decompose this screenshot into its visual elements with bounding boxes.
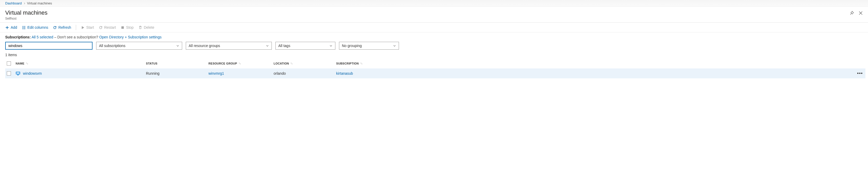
sort-icon [239,62,241,65]
breadcrumb-current: Virtual machines [27,1,52,5]
sort-icon [26,62,28,65]
column-header-rg-label: Resource group [209,62,237,65]
filter-tags-value: All tags [278,44,290,48]
page-subtitle: Selfhost [5,17,48,20]
filters-row: All subscriptions All resource groups Al… [0,41,868,52]
subscriptions-selected-link[interactable]: All 5 selected [32,35,53,39]
start-label: Start [86,25,94,29]
close-icon[interactable] [859,11,863,15]
column-header-status-label: Status [146,62,157,65]
filter-subscriptions-value: All subscriptions [99,44,125,48]
breadcrumb-root-link[interactable]: Dashboard [5,1,22,5]
add-button[interactable]: Add [5,25,17,29]
delete-button[interactable]: Delete [138,25,154,29]
row-status: Running [146,71,209,75]
filter-resource-groups-select[interactable]: All resource groups [186,42,272,50]
chevron-down-icon [330,44,333,47]
page-header: Virtual machines Selfhost [0,7,868,23]
restart-icon [99,26,103,29]
chevron-right-icon [24,2,26,5]
chevron-down-icon [393,44,396,47]
stop-button[interactable]: Stop [121,25,134,29]
stop-icon [121,26,125,29]
column-header-name-label: Name [16,62,25,65]
filter-grouping-value: No grouping [342,44,362,48]
toolbar: Add Edit columns Refresh Start Restart S… [0,23,868,32]
refresh-button[interactable]: Refresh [53,25,71,29]
column-header-resource-group[interactable]: Resource group [209,62,274,65]
stop-label: Stop [126,25,134,29]
add-label: Add [11,25,17,29]
filter-tags-select[interactable]: All tags [275,42,335,50]
row-subscription-link[interactable]: kirtanasub [336,71,852,75]
plus-icon [5,26,9,29]
pin-icon[interactable] [850,11,854,15]
more-actions-icon[interactable]: ••• [857,71,863,76]
start-button[interactable]: Start [81,25,94,29]
subscriptions-info: Subscriptions: All 5 selected – Don't se… [0,32,868,41]
subscriptions-hint: – Don't see a subscription? [54,35,98,39]
select-all-checkbox[interactable] [7,61,11,66]
column-header-location[interactable]: Location [274,62,336,65]
svg-rect-0 [121,26,124,28]
filter-resource-groups-value: All resource groups [189,44,220,48]
subscriptions-label: Subscriptions: [5,35,31,39]
filter-search-wrapper [5,42,93,50]
chevron-down-icon [176,44,179,47]
row-resource-group-link[interactable]: winvmrg1 [209,71,274,75]
sort-icon [360,62,363,65]
edit-columns-label: Edit columns [27,25,48,29]
restart-button[interactable]: Restart [99,25,116,29]
subscriptions-settings-link[interactable]: Open Directory + Subscription settings [99,35,161,39]
row-location: orlando [274,71,336,75]
svg-rect-3 [17,75,19,75]
row-name-link[interactable]: windowsvm [23,71,42,75]
vm-icon [16,71,20,76]
play-icon [81,26,85,29]
table-row[interactable]: windowsvm Running winvmrg1 orlando kirta… [5,69,865,78]
sort-icon [290,62,293,65]
column-header-subscription-label: Subscription [336,62,359,65]
breadcrumb: Dashboard Virtual machines [0,0,868,7]
svg-rect-2 [17,72,20,74]
edit-columns-button[interactable]: Edit columns [22,25,48,29]
filter-search-input[interactable] [8,44,89,48]
column-header-location-label: Location [274,62,289,65]
results-grid: Name Status Resource group Location Subs… [0,58,868,81]
page-title: Virtual machines [5,9,48,16]
items-count: 1 items [0,52,868,58]
row-checkbox[interactable] [7,71,11,75]
chevron-down-icon [266,44,269,47]
trash-icon [138,26,142,29]
column-header-name[interactable]: Name [16,62,146,65]
restart-label: Restart [104,25,116,29]
grid-header-row: Name Status Resource group Location Subs… [5,58,865,69]
column-header-status[interactable]: Status [146,62,209,65]
delete-label: Delete [144,25,154,29]
refresh-label: Refresh [58,25,71,29]
filter-grouping-select[interactable]: No grouping [339,42,399,50]
column-header-subscription[interactable]: Subscription [336,62,852,65]
toolbar-separator [76,25,76,30]
filter-subscriptions-select[interactable]: All subscriptions [96,42,182,50]
columns-icon [22,26,26,29]
refresh-icon [53,26,57,29]
